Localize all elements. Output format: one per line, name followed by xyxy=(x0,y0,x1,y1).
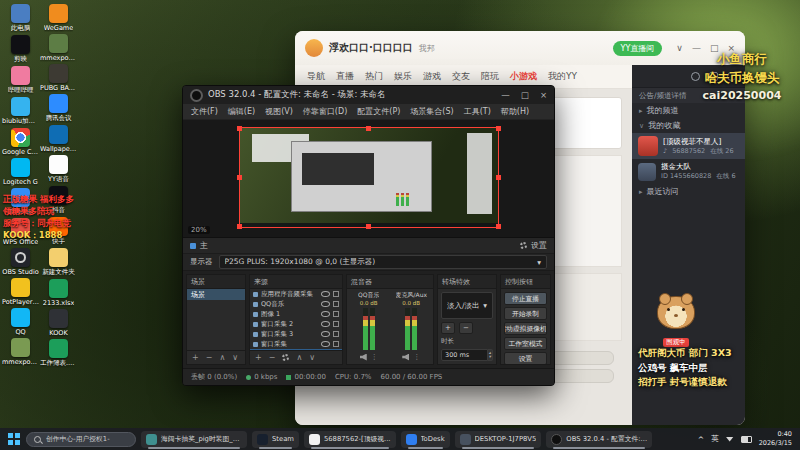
desktop-icon[interactable]: 哔哩哔哩 xyxy=(2,66,39,95)
desktop-icon[interactable]: KOOK xyxy=(40,309,77,337)
desktop-icon[interactable]: OBS Studio xyxy=(2,248,39,276)
source-row[interactable]: 窗口采集 3 xyxy=(250,329,342,339)
move-up-icon[interactable]: ∧ xyxy=(219,353,225,362)
add-icon[interactable]: + xyxy=(192,353,199,362)
stop-streaming-button[interactable]: 停止直播 xyxy=(504,292,547,305)
selection-handle[interactable] xyxy=(237,175,242,180)
move-up-icon[interactable]: ∧ xyxy=(296,353,302,362)
hamster-sticker[interactable]: 围观中 xyxy=(652,296,700,348)
scenes-dock-header[interactable]: 场景 xyxy=(187,275,245,289)
selection-handle[interactable] xyxy=(237,126,242,131)
desktop-icon[interactable]: PotPlayer 64 bit xyxy=(2,278,39,306)
section-recent-visits[interactable]: ▸ 最近访问 xyxy=(632,184,745,199)
controls-dock-header[interactable]: 控制按钮 xyxy=(501,275,550,289)
start-button-icon[interactable] xyxy=(8,433,13,438)
taskbar-search-box[interactable]: 创作中心-用户授权1- xyxy=(26,432,136,447)
visibility-eye-icon[interactable] xyxy=(321,331,330,337)
tab-live[interactable]: 直播 xyxy=(336,70,354,83)
visibility-eye-icon[interactable] xyxy=(321,321,330,327)
desktop-icon[interactable]: 2133.xlsx xyxy=(40,279,77,307)
taskbar-window-remote-desktop[interactable]: DESKTOP-1J7P8V5 xyxy=(455,431,542,448)
kebab-menu-icon[interactable]: ⋮ xyxy=(413,353,420,361)
tab-nav[interactable]: 导航 xyxy=(307,70,325,83)
speaker-icon[interactable] xyxy=(402,354,409,361)
menu-profile[interactable]: 配置文件(P) xyxy=(357,106,400,117)
selection-handle[interactable] xyxy=(496,175,501,180)
selection-handle[interactable] xyxy=(237,224,242,229)
section-my-channels[interactable]: ▸ 我的频道 xyxy=(632,103,745,118)
taskbar-window-image[interactable]: 海阔卡抽奖_pig时装图_p... xyxy=(141,431,247,448)
canvas-main-label[interactable]: 主 xyxy=(200,240,208,251)
desktop-icon[interactable]: PUBG BATTLEGROUNDS xyxy=(40,64,77,92)
hidden-icons-chevron[interactable]: ^ xyxy=(698,435,704,444)
desktop-icon[interactable]: Wallpaper Engine xyxy=(40,125,77,153)
section-my-favorites[interactable]: ∨ 我的收藏 xyxy=(632,118,745,133)
desktop-icon[interactable]: 腾讯会议 xyxy=(40,94,77,123)
canvas-settings-button[interactable]: 设置 xyxy=(531,240,547,251)
tab-entertainment[interactable]: 娱乐 xyxy=(394,70,412,83)
channel-item[interactable]: 摄金大队 ID 1455660828 在线 6 xyxy=(632,159,745,184)
source-row[interactable]: 应用程序音频采集 xyxy=(250,289,342,299)
mixer-dock-header[interactable]: 混音器 xyxy=(347,275,433,289)
lock-icon[interactable] xyxy=(333,321,339,327)
menu-edit[interactable]: 编辑(E) xyxy=(228,106,255,117)
desktop-icon[interactable]: biubiu加速器 xyxy=(2,97,39,126)
desktop-icon[interactable]: 新建文件夹 xyxy=(40,248,77,277)
desktop-icon[interactable]: Google Chrome xyxy=(2,128,39,156)
obs-title-bar[interactable]: OBS 32.0.4 - 配置文件: 未命名 - 场景: 未命名 — □ × xyxy=(183,86,554,104)
menu-tools[interactable]: 工具(T) xyxy=(464,106,491,117)
transitions-dock-header[interactable]: 转场特效 xyxy=(438,275,496,289)
spin-down-icon[interactable]: ▾ xyxy=(489,355,491,360)
desktop-icon[interactable]: Logitech G xyxy=(2,158,39,186)
speaker-icon[interactable] xyxy=(360,354,367,361)
visibility-eye-icon[interactable] xyxy=(321,291,330,297)
menu-scene-collection[interactable]: 场景集合(S) xyxy=(410,106,453,117)
obs-preview-area[interactable]: 20% xyxy=(183,120,554,238)
desktop-icon[interactable]: WeGame xyxy=(40,4,77,32)
tab-games[interactable]: 游戏 xyxy=(423,70,441,83)
network-icon[interactable] xyxy=(726,437,734,442)
selection-handle[interactable] xyxy=(496,126,501,131)
tab-minigames[interactable]: 小游戏 xyxy=(510,70,537,83)
desktop-icon[interactable]: 此电脑 xyxy=(2,4,39,33)
maximize-icon[interactable]: □ xyxy=(521,90,529,100)
desktop-icon[interactable]: mmexport2 xyxy=(40,34,77,62)
move-down-icon[interactable]: ∨ xyxy=(232,353,238,362)
desktop-icon[interactable]: 工作簿表.xlsx xyxy=(40,339,77,368)
move-down-icon[interactable]: ∨ xyxy=(309,353,315,362)
yy-live-room-button[interactable]: YY直播间 xyxy=(613,41,663,56)
remove-icon[interactable]: − xyxy=(269,353,276,362)
tab-hot[interactable]: 热门 xyxy=(365,70,383,83)
selection-handle[interactable] xyxy=(366,126,371,131)
button-placeholder[interactable] xyxy=(550,351,614,365)
tab-my-yy[interactable]: 我的YY xyxy=(548,70,577,83)
source-row[interactable]: 图像 1 xyxy=(250,309,342,319)
menu-file[interactable]: 文件(F) xyxy=(191,106,218,117)
desktop-icon[interactable]: 剪映 xyxy=(2,35,39,64)
remove-transition-button[interactable]: − xyxy=(459,322,473,334)
lock-icon[interactable] xyxy=(333,331,339,337)
lock-icon[interactable] xyxy=(333,311,339,317)
visibility-eye-icon[interactable] xyxy=(321,341,330,347)
battery-icon[interactable] xyxy=(741,436,752,443)
taskbar-window-todesk[interactable]: ToDesk xyxy=(401,431,450,448)
display-select-dropdown[interactable]: P25G PLUS: 1920x1080 @ 0,0 (主显示器) ▾ xyxy=(219,255,548,269)
duration-spinbox[interactable]: 300 ms ▴▾ xyxy=(441,349,493,361)
display-capture-preview[interactable] xyxy=(240,128,498,227)
add-transition-button[interactable]: + xyxy=(441,322,455,334)
desktop-icon[interactable]: mmexport1 xyxy=(2,338,39,366)
kebab-menu-icon[interactable]: ⋮ xyxy=(371,353,378,361)
taskbar-window-obs[interactable]: OBS 32.0.4 - 配置文件:... xyxy=(546,431,652,448)
selection-handle[interactable] xyxy=(366,224,371,229)
minimize-icon[interactable]: — xyxy=(501,90,510,100)
scene-item[interactable]: 场景 xyxy=(187,289,245,300)
user-avatar[interactable] xyxy=(305,39,323,57)
visibility-eye-icon[interactable] xyxy=(321,311,330,317)
button-placeholder[interactable] xyxy=(550,369,614,383)
clock[interactable]: 0:40 2026/3/15 xyxy=(759,430,792,448)
taskbar-window-yy-channel[interactable]: 56887562-[顶级视... xyxy=(304,431,396,448)
source-row[interactable]: QQ音乐 xyxy=(250,299,342,309)
tab-companion[interactable]: 陪玩 xyxy=(481,70,499,83)
studio-mode-button[interactable]: 工作室模式 xyxy=(504,337,547,350)
menu-docks[interactable]: 停靠窗口(D) xyxy=(303,106,347,117)
